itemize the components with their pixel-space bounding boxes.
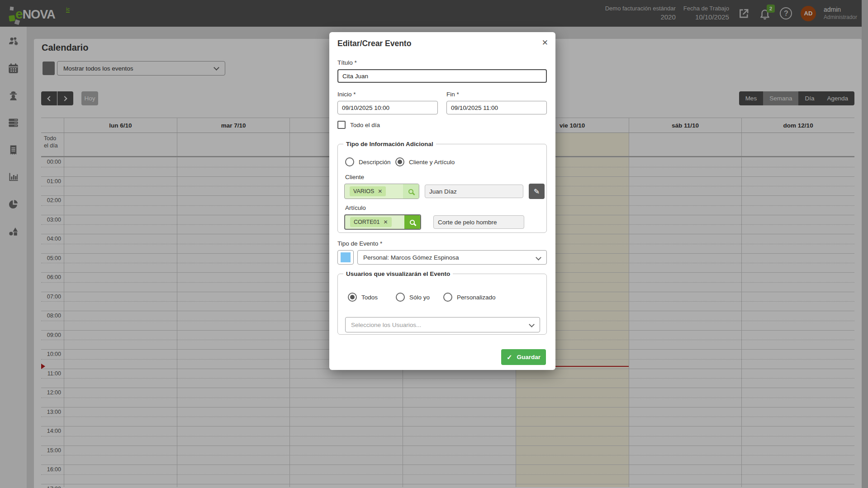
usuarios-legend: Usuarios que visualizarán el Evento bbox=[343, 270, 453, 277]
modal-title: Editar/Crear Evento bbox=[337, 39, 411, 48]
event-color-swatch bbox=[341, 252, 351, 262]
fin-input[interactable] bbox=[446, 101, 547, 114]
articulo-desc-input bbox=[433, 215, 524, 229]
chevron-down-icon bbox=[529, 322, 535, 327]
tipo-evento-label: Tipo de Evento * bbox=[337, 240, 382, 247]
save-label: Guardar bbox=[517, 354, 541, 360]
check-icon: ✓ bbox=[507, 353, 512, 361]
close-icon[interactable]: ✕ bbox=[542, 38, 548, 47]
edit-cliente-button[interactable]: ✎ bbox=[529, 184, 545, 199]
usuarios-select[interactable]: Seleccione los Usuarios... bbox=[345, 317, 540, 332]
tipo-evento-select[interactable]: Personal: Marcos Gómez Espinosa bbox=[357, 250, 547, 265]
cliente-label: Cliente bbox=[345, 174, 364, 180]
event-color-swatch-box bbox=[337, 250, 354, 265]
articulo-tag: CORTE01 ✕ bbox=[350, 217, 392, 227]
articulo-label: Artículo bbox=[345, 204, 366, 211]
titulo-input[interactable] bbox=[337, 69, 547, 83]
allday-checkbox-label: Todo el día bbox=[350, 122, 380, 128]
radio-circle bbox=[345, 157, 354, 166]
cliente-search-button[interactable] bbox=[403, 184, 419, 199]
articulo-search-button[interactable] bbox=[404, 215, 420, 229]
usuarios-fieldset: Usuarios que visualizarán el Evento Todo… bbox=[337, 270, 547, 335]
titulo-label: Título * bbox=[337, 59, 357, 66]
tipo-info-legend: Tipo de Información Adicional bbox=[343, 141, 436, 147]
radio-cliente-articulo[interactable]: Cliente y Artículo bbox=[395, 157, 455, 166]
inicio-label: Inicio * bbox=[337, 91, 356, 98]
radio-circle-selected bbox=[395, 157, 404, 166]
chevron-down-icon bbox=[536, 255, 541, 261]
allday-checkbox[interactable] bbox=[337, 121, 346, 129]
articulo-combo[interactable]: CORTE01 ✕ bbox=[344, 214, 421, 230]
radio-circle bbox=[396, 293, 405, 302]
radio-circle bbox=[443, 293, 452, 302]
cliente-combo[interactable]: VARIOS ✕ bbox=[344, 184, 419, 199]
edit-event-modal: Editar/Crear Evento ✕ Título * Inicio * … bbox=[329, 32, 555, 370]
radio-solo-yo[interactable]: Sólo yo bbox=[396, 293, 430, 302]
pencil-icon: ✎ bbox=[534, 188, 540, 195]
cliente-tag: VARIOS ✕ bbox=[350, 186, 386, 196]
remove-articulo-icon[interactable]: ✕ bbox=[383, 219, 388, 225]
tipo-info-fieldset: Tipo de Información Adicional Descripció… bbox=[337, 141, 547, 233]
radio-descripcion[interactable]: Descripción bbox=[345, 157, 391, 166]
search-icon bbox=[408, 189, 413, 194]
radio-circle-selected bbox=[348, 293, 357, 302]
radio-todos[interactable]: Todos bbox=[348, 293, 378, 302]
search-icon bbox=[410, 220, 415, 225]
fin-label: Fin * bbox=[446, 91, 459, 98]
allday-checkbox-row: Todo el día bbox=[337, 121, 380, 129]
save-button[interactable]: ✓ Guardar bbox=[501, 349, 546, 365]
cliente-name-input bbox=[425, 185, 523, 198]
remove-cliente-icon[interactable]: ✕ bbox=[378, 188, 382, 194]
radio-personalizado[interactable]: Personalizado bbox=[443, 293, 496, 302]
inicio-input[interactable] bbox=[337, 101, 438, 114]
